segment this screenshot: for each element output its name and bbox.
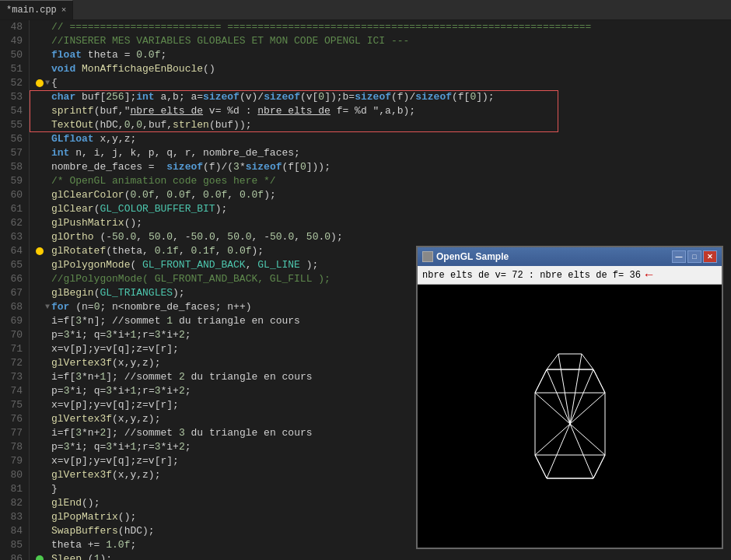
line-number-63: 63 [3,230,23,244]
fold-arrow-86[interactable] [45,552,50,560]
fold-arrow-78[interactable] [45,440,50,454]
code-text-51: void MonAffichageEnBoucle() [51,62,215,76]
fold-arrow-63[interactable] [45,230,50,244]
code-text-77: i=f[3*n+2]; //sommet 3 du triangle en co… [51,426,313,440]
svg-line-13 [558,354,570,424]
fold-arrow-84[interactable] [45,524,50,538]
fold-arrow-69[interactable] [45,314,50,328]
svg-line-5 [570,424,593,478]
fold-arrow-72[interactable] [45,356,50,370]
line-indicator-83 [36,513,44,521]
code-text-57: int n, i, j, k, p, q, r, nombre_de_faces… [51,146,300,160]
minimize-button[interactable]: — [672,250,686,263]
code-text-50: float theta = 0.0f; [51,48,166,62]
fold-arrow-77[interactable] [45,426,50,440]
fold-arrow-75[interactable] [45,398,50,412]
fold-arrow-50[interactable] [45,48,50,62]
line-indicator-75 [36,401,44,409]
code-text-55: TextOut(hDC,0,0,buf,strlen(buf)); [51,118,252,132]
svg-line-20 [593,455,605,478]
fold-arrow-65[interactable] [45,258,50,272]
line-number-49: 49 [3,34,23,48]
fold-arrow-60[interactable] [45,188,50,202]
fold-arrow-82[interactable] [45,496,50,510]
fold-arrow-81[interactable] [45,482,50,496]
line-indicator-49 [36,37,44,45]
line-number-62: 62 [3,216,23,230]
line-indicator-48 [36,23,44,31]
code-text-67: glBegin(GL_TRIANGLES); [51,286,185,300]
fold-arrow-80[interactable] [45,468,50,482]
line-indicator-62 [36,219,44,227]
code-text-58: nombre_de_faces = sizeof(f)/(3*sizeof(f[… [51,160,331,174]
line-indicator-77 [36,429,44,437]
line-indicator-51 [36,65,44,73]
line-indicator-79 [36,457,44,465]
code-line-49: //INSERER MES VARIABLES GLOBALES ET MON … [36,34,725,48]
fold-arrow-85[interactable] [45,538,50,552]
fold-arrow-79[interactable] [45,454,50,468]
fold-arrow-76[interactable] [45,412,50,426]
fold-arrow-54[interactable] [45,104,50,118]
main-cpp-tab[interactable]: *main.cpp × [0,0,73,19]
fold-arrow-83[interactable] [45,510,50,524]
line-indicator-59 [36,177,44,185]
code-line-60: glClearColor(0.0f, 0.0f, 0.0f, 0.0f); [36,188,725,202]
tab-close-button[interactable]: × [61,5,67,15]
line-number-64: 64 [3,244,23,258]
line-number-50: 50 [3,48,23,62]
fold-arrow-49[interactable] [45,34,50,48]
opengl-window[interactable]: OpenGL Sample — □ ✕ nbre elts de v= 72 :… [416,246,723,549]
fold-arrow-58[interactable] [45,160,50,174]
code-text-59: /* OpenGL animation code goes here */ [51,174,276,188]
code-text-62: glPushMatrix(); [51,216,142,230]
fold-arrow-52[interactable]: ▼ [45,76,50,90]
fold-arrow-66[interactable] [45,272,50,286]
code-line-53: char buf[256];int a,b; a=sizeof(v)/sizeo… [36,90,725,104]
fold-arrow-62[interactable] [45,216,50,230]
code-line-63: glOrtho (-50.0, 50.0, -50.0, 50.0, -50.0… [36,230,725,244]
line-indicator-66 [36,275,44,283]
line-number-69: 69 [3,314,23,328]
fold-arrow-70[interactable] [45,328,50,342]
line-indicator-65 [36,261,44,269]
line-indicator-84 [36,527,44,535]
close-window-button[interactable]: ✕ [703,250,717,263]
fold-arrow-56[interactable] [45,132,50,146]
fold-arrow-71[interactable] [45,342,50,356]
maximize-button[interactable]: □ [687,250,701,263]
fold-arrow-68[interactable]: ▼ [45,300,50,314]
line-indicator-80 [36,471,44,479]
output-arrow-icon: ← [645,268,653,282]
fold-arrow-53[interactable] [45,90,50,104]
fold-arrow-73[interactable] [45,370,50,384]
code-line-59: /* OpenGL animation code goes here */ [36,174,725,188]
line-indicator-61 [36,205,44,213]
code-line-52: ▼{ [36,76,725,90]
fold-arrow-67[interactable] [45,286,50,300]
opengl-canvas [418,285,722,548]
code-text-71: x=v[p];y=v[q];z=v[r]; [51,342,179,356]
line-indicator-86 [36,555,44,560]
fold-arrow-55[interactable] [45,118,50,132]
code-line-54: sprintf(buf,"nbre elts de v= %d : nbre e… [36,104,725,118]
code-text-72: glVertex3f(x,y,z); [51,356,160,370]
code-text-65: glPolygonMode( GL_FRONT_AND_BACK, GL_LIN… [51,258,318,272]
line-number-78: 78 [3,440,23,454]
code-line-58: nombre_de_faces = sizeof(f)/(3*sizeof(f[… [36,160,725,174]
fold-arrow-57[interactable] [45,146,50,160]
fold-arrow-64[interactable] [45,244,50,258]
line-indicator-63 [36,233,44,241]
fold-arrow-59[interactable] [45,174,50,188]
fold-arrow-61[interactable] [45,202,50,216]
fold-arrow-74[interactable] [45,384,50,398]
line-number-72: 72 [3,356,23,370]
code-text-61: glClear(GL_COLOR_BUFFER_BIT); [51,202,227,216]
svg-line-8 [535,393,570,424]
code-text-53: char buf[256];int a,b; a=sizeof(v)/sizeo… [51,90,495,104]
line-number-77: 77 [3,426,23,440]
opengl-titlebar: OpenGL Sample — □ ✕ [418,247,722,266]
fold-arrow-48[interactable] [45,20,50,34]
fold-arrow-51[interactable] [45,62,50,76]
line-indicator-81 [36,485,44,493]
